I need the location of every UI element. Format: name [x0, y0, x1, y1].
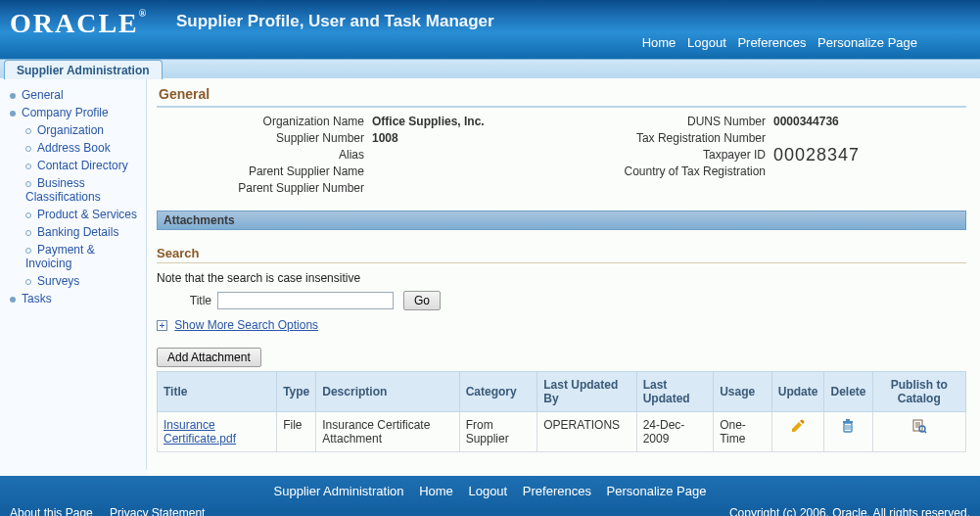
bullet-icon — [10, 297, 16, 303]
sidebar-label-business-classifications[interactable]: Business Classifications — [25, 176, 101, 204]
label-alias: Alias — [157, 147, 372, 164]
value-taxpayer: 00028347 — [773, 147, 920, 164]
sidebar-label-tasks[interactable]: Tasks — [22, 292, 52, 305]
circle-icon — [25, 248, 31, 254]
nav-home[interactable]: Home — [642, 35, 677, 50]
footer-admin[interactable]: Supplier Administration — [274, 484, 404, 498]
sidebar-item-banking-details[interactable]: Banking Details — [6, 223, 140, 241]
sidebar-item-payment-invoicing[interactable]: Payment & Invoicing — [6, 241, 140, 272]
tab-bar: Supplier Administration — [0, 59, 980, 78]
col-type[interactable]: Type — [277, 372, 316, 412]
bullet-icon — [10, 93, 16, 99]
search-title: Search — [157, 244, 966, 263]
sidebar-label-company-profile[interactable]: Company Profile — [22, 106, 109, 119]
label-supplier-number: Supplier Number — [157, 130, 372, 147]
attachment-description: Insurance Certificate Attachment — [316, 412, 459, 452]
footer-home[interactable]: Home — [419, 484, 453, 498]
pencil-icon[interactable] — [790, 418, 806, 434]
circle-icon — [25, 230, 31, 236]
col-title[interactable]: Title — [158, 372, 277, 412]
bullet-icon — [10, 111, 16, 117]
attachment-toolbar: Add Attachment — [157, 348, 966, 367]
circle-icon — [25, 146, 31, 152]
nav-preferences[interactable]: Preferences — [737, 35, 806, 50]
search-title-label: Title — [157, 294, 211, 307]
copyright: Copyright (c) 2006, Oracle. All rights r… — [729, 506, 970, 516]
tab-supplier-administration[interactable]: Supplier Administration — [4, 60, 163, 79]
col-delete[interactable]: Delete — [824, 372, 872, 412]
circle-icon — [25, 181, 31, 187]
sidebar-item-organization[interactable]: Organization — [6, 121, 140, 139]
sidebar-item-product-services[interactable]: Product & Services — [6, 206, 140, 223]
footer-personalize[interactable]: Personalize Page — [607, 484, 707, 498]
label-country-tax: Country of Tax Registration — [587, 164, 773, 180]
value-supplier-number: 1008 — [372, 130, 587, 147]
nav-personalize[interactable]: Personalize Page — [817, 35, 917, 50]
sidebar-item-surveys[interactable]: Surveys — [6, 272, 140, 290]
search-row: Title Go — [157, 291, 966, 310]
sidebar-label-general[interactable]: General — [22, 88, 64, 102]
label-taxpayer: Taxpayer ID — [587, 147, 773, 164]
sidebar-label-surveys[interactable]: Surveys — [37, 274, 79, 288]
privacy-statement[interactable]: Privacy Statement — [110, 506, 205, 516]
expand-icon[interactable]: + — [157, 320, 167, 331]
attachment-type: File — [277, 412, 316, 452]
col-update[interactable]: Update — [771, 372, 824, 412]
top-nav: Home Logout Preferences Personalize Page — [638, 35, 921, 50]
value-alias — [372, 147, 587, 164]
about-this-page[interactable]: About this Page — [10, 506, 93, 516]
publish-icon[interactable] — [911, 418, 927, 434]
nav-logout[interactable]: Logout — [687, 35, 726, 50]
svg-rect-2 — [846, 419, 850, 421]
sidebar-item-business-classifications[interactable]: Business Classifications — [6, 174, 140, 206]
circle-icon — [25, 279, 31, 285]
attachments-header: Attachments — [157, 211, 966, 230]
col-usage[interactable]: Usage — [714, 372, 772, 412]
add-attachment-button[interactable]: Add Attachment — [157, 348, 261, 367]
sidebar-label-organization[interactable]: Organization — [37, 123, 104, 137]
trash-icon[interactable] — [840, 418, 856, 434]
oracle-logo: ORACLE® — [10, 8, 148, 39]
footer-logout[interactable]: Logout — [468, 484, 507, 498]
value-parent-name — [372, 164, 587, 180]
show-more-row: + Show More Search Options — [157, 318, 966, 332]
label-parent-number: Parent Supplier Number — [157, 180, 372, 197]
sidebar-label-contact-directory[interactable]: Contact Directory — [37, 159, 128, 172]
label-org-name: Organization Name — [157, 114, 372, 130]
col-publish[interactable]: Publish to Catalog — [872, 372, 966, 412]
sidebar-item-address-book[interactable]: Address Book — [6, 139, 140, 157]
attachment-category: From Supplier — [459, 412, 537, 452]
supplier-info: Organization Name Office Supplies, Inc. … — [157, 114, 966, 197]
sidebar-item-general[interactable]: General — [6, 86, 140, 104]
footer-links: Supplier Administration Home Logout Pref… — [0, 480, 980, 502]
search-note: Note that the search is case insensitive — [157, 271, 966, 285]
value-country-tax — [773, 164, 920, 180]
value-duns: 0000344736 — [773, 114, 920, 130]
svg-line-11 — [924, 431, 926, 433]
sidebar-item-contact-directory[interactable]: Contact Directory — [6, 157, 140, 174]
empty — [773, 180, 920, 197]
sidebar-label-banking-details[interactable]: Banking Details — [37, 225, 118, 239]
attachment-title-link[interactable]: Insurance Certificate.pdf — [163, 418, 236, 446]
circle-icon — [25, 164, 31, 169]
table-header-row: Title Type Description Category Last Upd… — [158, 372, 966, 412]
search-title-input[interactable] — [217, 292, 394, 309]
sidebar-label-payment-invoicing[interactable]: Payment & Invoicing — [25, 243, 95, 270]
empty — [587, 180, 773, 197]
content-layout: General Company Profile Organization Add… — [0, 78, 980, 476]
footer-prefs[interactable]: Preferences — [523, 484, 591, 498]
search-section: Search Note that the search is case inse… — [157, 244, 966, 332]
value-parent-number — [372, 180, 587, 197]
attachments-table: Title Type Description Category Last Upd… — [157, 371, 966, 452]
footer: Supplier Administration Home Logout Pref… — [0, 476, 980, 516]
col-category[interactable]: Category — [459, 372, 537, 412]
col-last-updated-by[interactable]: Last Updated By — [537, 372, 636, 412]
sidebar-label-product-services[interactable]: Product & Services — [37, 208, 137, 221]
show-more-search-options[interactable]: Show More Search Options — [174, 318, 318, 332]
sidebar-label-address-book[interactable]: Address Book — [37, 141, 111, 155]
col-description[interactable]: Description — [316, 372, 459, 412]
sidebar-item-tasks[interactable]: Tasks — [6, 290, 140, 307]
col-last-updated[interactable]: Last Updated — [636, 372, 714, 412]
go-button[interactable]: Go — [403, 291, 441, 310]
sidebar-item-company-profile[interactable]: Company Profile — [6, 104, 140, 121]
